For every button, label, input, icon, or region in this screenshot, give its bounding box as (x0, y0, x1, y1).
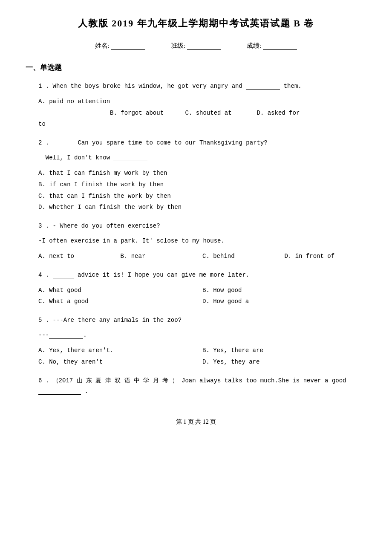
question-6: 6 . （2017 山 东 夏 津 双 语 中 学 月 考 ） Joan alw… (26, 376, 366, 397)
q5-option-row2: C. No, they aren't D. Yes, they are (38, 356, 366, 368)
name-blank (111, 42, 145, 50)
score-label: 成绩: (247, 42, 261, 50)
page-footer: 第 1 页 共 12 页 (26, 418, 366, 426)
q5-text-1: 5 . ---Are there any animals in the zoo? (38, 315, 366, 326)
score-blank (263, 42, 297, 50)
q3-text-2: -I often exercise in a park. It' sclose … (38, 236, 366, 246)
q3-option-a: A. next to (38, 251, 121, 262)
q4-option-c: C. What a good (38, 296, 202, 307)
question-2: 2 . — Can you spare time to come to our … (26, 138, 366, 213)
q1-text: 1 . When the boys broke his window, he g… (38, 81, 366, 92)
q5-options: A. Yes, there aren't. B. Yes, there are … (38, 345, 366, 367)
q2-option-c: C. that can I finish the work by then (38, 191, 366, 202)
question-4: 4 . advice it is! I hope you can give me… (26, 270, 366, 307)
q2-option-a: A. that I can finish my work by then (38, 168, 366, 179)
q5-blank (49, 332, 83, 339)
q1-blank (246, 83, 280, 90)
q2-option-b: B. if can I finish the work by then (38, 179, 366, 191)
q4-options: A. What good B. How good C. What a good … (38, 285, 366, 307)
q4-blank (53, 272, 74, 278)
q5-option-b: B. Yes, there are (202, 345, 366, 356)
q6-blank (38, 388, 81, 395)
q4-option-d: D. How good a (202, 296, 366, 307)
q6-text: 6 . （2017 山 东 夏 津 双 语 中 学 月 考 ） Joan alw… (38, 376, 366, 397)
page-title: 人教版 2019 年九年级上学期期中考试英语试题 B 卷 (26, 17, 366, 30)
q2-option-d: D. whether I can finish the work by then (38, 202, 366, 213)
q2-text-1: 2 . — Can you spare time to come to our … (38, 138, 366, 148)
footer-text: 第 1 页 共 12 页 (176, 419, 216, 425)
name-field: 姓名: (95, 42, 145, 50)
score-field: 成绩: (247, 42, 297, 50)
section1-title: 一、单选题 (26, 63, 366, 72)
q3-text-1: 3 . - Where do you often exercise? (38, 221, 366, 231)
question-5: 5 . ---Are there any animals in the zoo?… (26, 315, 366, 368)
q3-option-d: D. in front of (285, 251, 367, 262)
class-field: 班级: (171, 42, 221, 50)
q2-text-2: — Well, I don't know (38, 153, 366, 163)
q3-option-row: A. next to B. near C. behind D. in front… (38, 251, 366, 262)
q4-option-b: B. How good (202, 285, 366, 296)
q3-option-c: C. behind (202, 251, 285, 262)
q4-option-a: A. What good (38, 285, 202, 296)
q1-options: A. paid no attention B. forgot about C. … (38, 96, 366, 130)
q5-option-row1: A. Yes, there aren't. B. Yes, there are (38, 345, 366, 356)
info-row: 姓名: 班级: 成绩: (26, 42, 366, 50)
q5-option-d: D. Yes, they are (202, 356, 366, 368)
class-label: 班级: (171, 42, 185, 50)
q3-options: A. next to B. near C. behind D. in front… (38, 251, 366, 262)
q4-text: 4 . advice it is! I hope you can give me… (38, 270, 366, 280)
q4-option-row1: A. What good B. How good (38, 285, 366, 296)
q2-options: A. that I can finish my work by then B. … (38, 168, 366, 213)
q4-option-row2: C. What a good D. How good a (38, 296, 366, 307)
name-label: 姓名: (95, 42, 110, 50)
q5-option-a: A. Yes, there aren't. (38, 345, 202, 356)
class-blank (187, 42, 221, 50)
question-1: 1 . When the boys broke his window, he g… (26, 81, 366, 130)
question-3: 3 . - Where do you often exercise? -I of… (26, 221, 366, 262)
q5-text-2: ---. (38, 330, 366, 341)
q5-option-c: C. No, they aren't (38, 356, 202, 368)
q2-blank (113, 154, 147, 161)
q1-option-row: A. paid no attention B. forgot about C. … (38, 96, 366, 130)
q3-option-b: B. near (121, 251, 203, 262)
